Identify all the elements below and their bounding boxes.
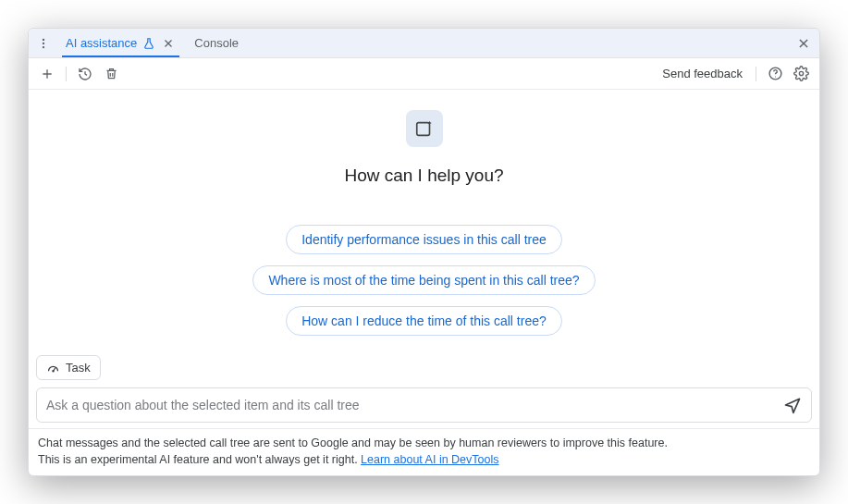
suggestion-chip[interactable]: Where is most of the time being spent in… [252, 265, 595, 295]
send-feedback-link[interactable]: Send feedback [657, 67, 748, 80]
ai-assistance-panel: AI assistance Console Send feedback [28, 28, 820, 476]
suggestion-chip[interactable]: How can I reduce the time of this call t… [286, 306, 562, 336]
context-row: Task [29, 350, 819, 387]
svg-point-2 [43, 45, 44, 47]
svg-point-1 [43, 42, 44, 43]
history-icon[interactable] [74, 63, 96, 85]
disclaimer: Chat messages and the selected call tree… [29, 428, 819, 475]
svg-point-5 [799, 71, 803, 75]
send-icon[interactable] [780, 392, 805, 418]
tab-ai-assistance[interactable]: AI assistance [56, 29, 185, 57]
toolbar-divider [756, 67, 756, 81]
close-panel-icon[interactable] [788, 37, 819, 50]
svg-point-7 [53, 370, 54, 371]
performance-icon [46, 361, 60, 375]
disclaimer-line1: Chat messages and the selected call tree… [38, 436, 668, 449]
prompt-input[interactable] [46, 394, 772, 416]
learn-more-link[interactable]: Learn about AI in DevTools [361, 453, 498, 466]
close-tab-icon[interactable] [161, 36, 176, 51]
input-container [36, 387, 812, 423]
experiment-icon [142, 37, 155, 50]
more-options-icon[interactable] [32, 37, 55, 50]
disclaimer-line2-prefix: This is an experimental AI feature and w… [38, 453, 361, 466]
svg-rect-6 [416, 123, 429, 136]
input-row [29, 387, 819, 428]
toolbar-divider [66, 67, 67, 81]
tab-bar: AI assistance Console [29, 29, 819, 58]
tab-console[interactable]: Console [185, 29, 248, 57]
svg-point-4 [774, 76, 775, 77]
gear-icon[interactable] [790, 63, 812, 85]
toolbar: Send feedback [29, 58, 819, 90]
help-icon[interactable] [764, 63, 786, 85]
svg-point-0 [43, 38, 44, 40]
suggestion-list: Identify performance issues in this call… [252, 225, 595, 336]
tab-label: AI assistance [66, 36, 137, 50]
context-chip-label: Task [66, 361, 91, 375]
ai-sparkle-icon [406, 110, 443, 147]
suggestion-chip[interactable]: Identify performance issues in this call… [286, 225, 562, 254]
context-chip-task[interactable]: Task [36, 355, 101, 380]
hero-title: How can I help you? [344, 166, 503, 186]
main-content: How can I help you? Identify performance… [29, 90, 819, 350]
tab-label: Console [194, 36, 239, 50]
new-chat-icon[interactable] [36, 63, 58, 85]
delete-icon[interactable] [100, 63, 122, 85]
